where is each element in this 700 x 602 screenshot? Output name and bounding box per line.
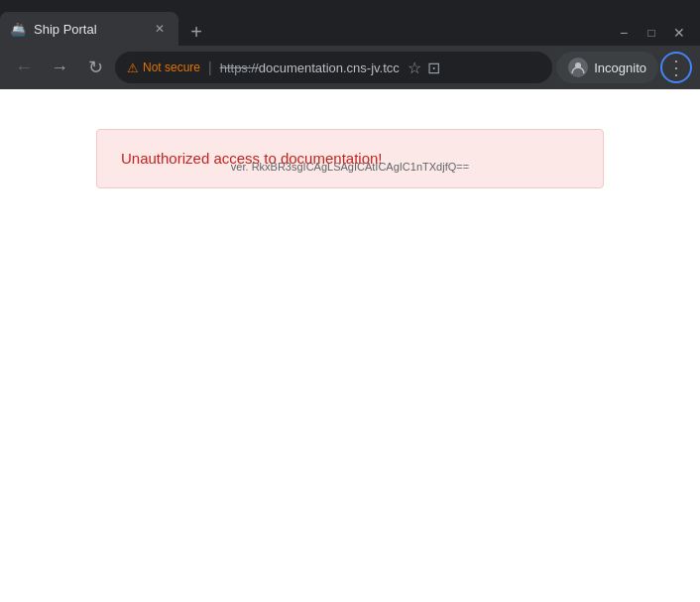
page-footer: ver. RkxBR3sgICAgLSAgICAtICAgIC1nTXdjfQ=… [0,161,700,173]
address-bar-right: ☆ ⊡ [408,59,440,77]
window-controls: − □ ✕ [210,20,700,46]
incognito-button[interactable]: Incognito [556,52,658,83]
sidebar-icon[interactable]: ⊡ [427,59,440,77]
tab-close-button[interactable]: ✕ [151,20,169,38]
window-close-icon[interactable]: ✕ [666,20,692,46]
forward-button[interactable]: → [44,52,75,83]
address-divider: | [208,60,212,75]
address-bar[interactable]: ⚠ Not secure | https://documentation.cns… [115,52,552,83]
bookmark-icon[interactable]: ☆ [408,59,421,77]
window-minimize-icon[interactable]: − [611,20,637,46]
reload-button[interactable]: ↻ [79,52,111,83]
incognito-icon [568,58,588,77]
url-text: https://documentation.cns-jv.tcc [220,60,400,75]
error-box: Unauthorized access to documentation! [96,129,604,188]
window-maximize-icon[interactable]: □ [639,20,664,46]
url-host: documentation.cns-jv.tcc [259,60,400,75]
security-warning: ⚠ Not secure [127,60,200,75]
footer-text: ver. RkxBR3sgICAgLSAgICAtICAgIC1nTXdjfQ=… [231,161,469,173]
url-prefix: https:// [220,60,259,75]
new-tab-button[interactable]: + [182,18,210,46]
warning-icon: ⚠ [127,60,139,75]
browser-tab[interactable]: 🚢 Ship Portal ✕ [0,12,178,46]
chrome-menu-button[interactable]: ⋮ [660,52,692,83]
incognito-label: Incognito [594,60,646,75]
tab-bar: 🚢 Ship Portal ✕ + − □ ✕ [0,0,700,46]
browser-toolbar: ← → ↻ ⚠ Not secure | https://documentati… [0,46,700,89]
tab-title: Ship Portal [34,22,143,37]
browser-chrome: 🚢 Ship Portal ✕ + − □ ✕ ← → [0,0,700,188]
toolbar-right: Incognito ⋮ [556,52,692,83]
page-content: Unauthorized access to documentation! ve… [0,89,700,188]
not-secure-label: Not secure [143,60,200,74]
tab-favicon: 🚢 [10,21,26,37]
back-button[interactable]: ← [8,52,40,83]
